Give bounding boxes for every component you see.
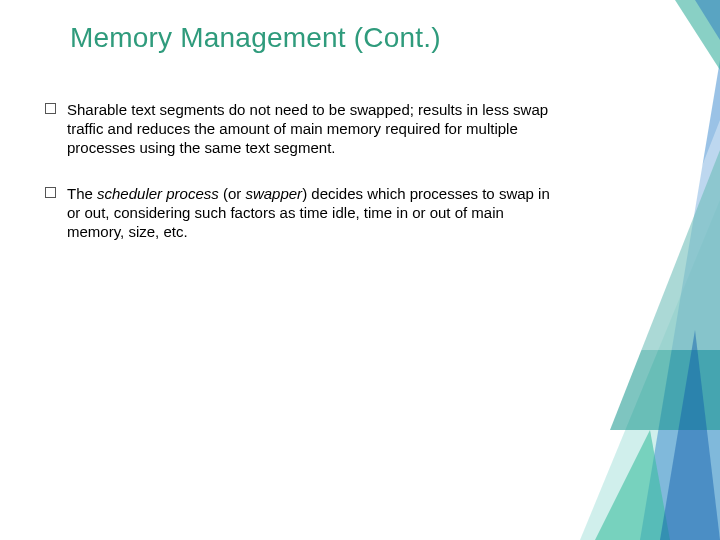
svg-marker-5 <box>695 0 720 40</box>
svg-marker-4 <box>675 0 720 70</box>
slide-title: Memory Management (Cont.) <box>70 22 441 54</box>
decorative-art <box>460 0 720 540</box>
slide: Memory Management (Cont.) Sharable text … <box>0 0 720 540</box>
svg-marker-2 <box>610 150 720 430</box>
bullet-text: (or <box>219 185 246 202</box>
slide-body: Sharable text segments do not need to be… <box>45 100 555 267</box>
bullet-em: swapper <box>245 185 302 202</box>
svg-marker-1 <box>640 60 720 540</box>
bullet-em: scheduler process <box>97 185 219 202</box>
bullet-marker-icon <box>45 187 56 198</box>
bullet-marker-icon <box>45 103 56 114</box>
svg-marker-0 <box>580 200 720 540</box>
svg-marker-3 <box>630 120 720 350</box>
triangles-icon <box>460 0 720 540</box>
bullet-text: Sharable text segments do not need to be… <box>67 101 548 156</box>
svg-marker-6 <box>595 430 670 540</box>
bullet-item: The scheduler process (or swapper) decid… <box>45 184 555 242</box>
bullet-item: Sharable text segments do not need to be… <box>45 100 555 158</box>
bullet-text: The <box>67 185 97 202</box>
svg-marker-7 <box>660 330 720 540</box>
